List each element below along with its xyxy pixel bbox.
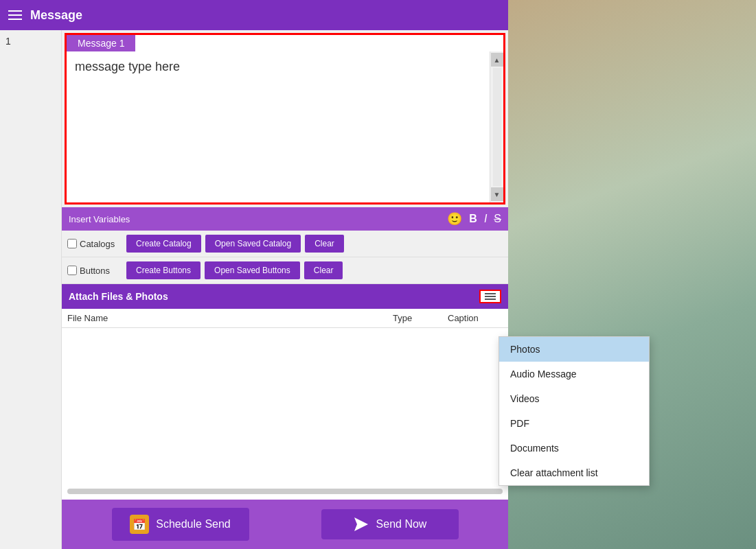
sidebar: 1 xyxy=(0,30,62,549)
dropdown-item-photos[interactable]: Photos xyxy=(499,337,649,362)
bold-icon[interactable]: B xyxy=(469,213,477,225)
file-scrollbar[interactable] xyxy=(67,489,503,494)
dropdown-menu: Photos Audio Message Videos PDF Document… xyxy=(499,336,650,486)
title-bar: Message xyxy=(0,0,508,30)
svg-marker-0 xyxy=(354,517,368,531)
clear-catalog-btn[interactable]: Clear xyxy=(305,235,344,253)
col-filename-header: File Name xyxy=(67,313,393,323)
file-table-body xyxy=(62,328,508,500)
dropdown-item-pdf[interactable]: PDF xyxy=(499,411,649,436)
catalogs-row: Catalogs Create Catalog Open Saved Catal… xyxy=(62,231,508,257)
hamburger-menu-icon[interactable] xyxy=(8,10,22,20)
calendar-icon: 📅 xyxy=(130,515,149,534)
buttons-checkbox[interactable] xyxy=(67,266,77,275)
dropdown-item-audio[interactable]: Audio Message xyxy=(499,362,649,386)
catalogs-checkbox-label[interactable]: Catalogs xyxy=(67,239,122,249)
message-textarea[interactable]: message type here xyxy=(67,51,490,202)
sidebar-item-1: 1 xyxy=(0,30,61,52)
col-type-header: Type xyxy=(393,313,448,323)
catalogs-checkbox[interactable] xyxy=(67,239,77,248)
scroll-track xyxy=(493,68,501,186)
open-saved-buttons-btn[interactable]: Open Saved Buttons xyxy=(205,261,300,279)
open-saved-catalog-btn[interactable]: Open Saved Catalog xyxy=(205,235,301,253)
main-content: Message 1 message type here ▲ ▼ Insert V… xyxy=(62,30,508,549)
insert-variables-label: Insert Variables xyxy=(69,214,130,224)
message-area-wrapper: Message 1 message type here ▲ ▼ xyxy=(65,33,505,205)
app-title: Message xyxy=(30,8,82,23)
schedule-send-btn[interactable]: 📅 Schedule Send xyxy=(112,508,249,541)
send-icon xyxy=(353,516,369,533)
file-table-header: File Name Type Caption xyxy=(62,309,508,328)
scroll-up-btn[interactable]: ▲ xyxy=(491,53,503,67)
strikethrough-icon[interactable]: S xyxy=(494,213,501,225)
scroll-down-btn[interactable]: ▼ xyxy=(491,187,503,201)
app-window: Message 1 Message 1 message type here ▲ … xyxy=(0,0,508,549)
emoji-icon[interactable]: 🙂 xyxy=(447,211,462,226)
attach-header: Attach Files & Photos xyxy=(62,284,508,309)
italic-icon[interactable]: I xyxy=(484,213,487,225)
clear-buttons-btn[interactable]: Clear xyxy=(304,261,343,279)
col-caption-header: Caption xyxy=(448,313,503,323)
attach-title: Attach Files & Photos xyxy=(69,291,168,302)
buttons-row: Buttons Create Buttons Open Saved Button… xyxy=(62,257,508,284)
bottom-actions: 📅 Schedule Send Send Now xyxy=(62,500,508,549)
dropdown-item-videos[interactable]: Videos xyxy=(499,386,649,411)
formatting-icons: 🙂 B I S xyxy=(447,211,501,226)
attach-menu-btn[interactable] xyxy=(479,290,501,303)
send-now-btn[interactable]: Send Now xyxy=(321,509,459,539)
buttons-checkbox-label[interactable]: Buttons xyxy=(67,266,122,276)
message-body: message type here ▲ ▼ xyxy=(67,51,503,202)
create-buttons-btn[interactable]: Create Buttons xyxy=(126,261,201,279)
insert-variables-row: Insert Variables 🙂 B I S xyxy=(62,207,508,231)
message-scrollbar[interactable]: ▲ ▼ xyxy=(490,51,503,202)
create-catalog-btn[interactable]: Create Catalog xyxy=(126,235,201,253)
dropdown-item-clear-attachment[interactable]: Clear attachment list xyxy=(499,460,649,485)
message-tab[interactable]: Message 1 xyxy=(67,35,135,51)
dropdown-item-documents[interactable]: Documents xyxy=(499,436,649,460)
